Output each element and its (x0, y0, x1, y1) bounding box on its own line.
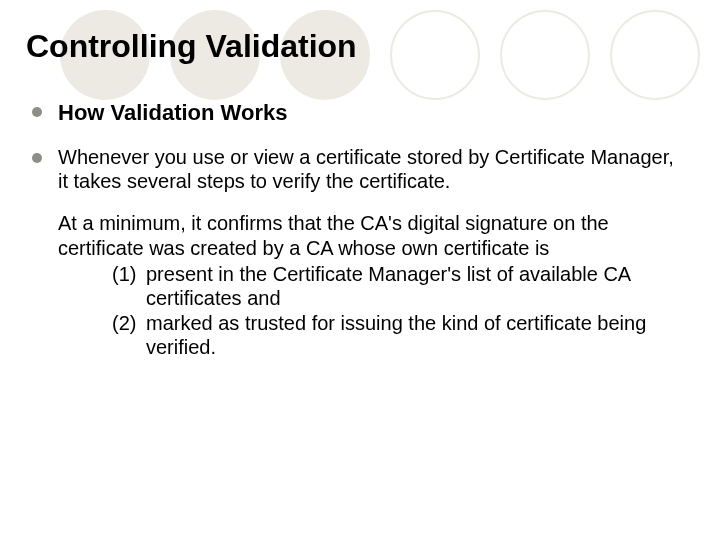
sublist-text: marked as trusted for issuing the kind o… (146, 311, 680, 360)
paragraph-2-intro: At a minimum, it confirms that the CA's … (58, 211, 680, 260)
sublist-number: (1) (112, 262, 146, 286)
sublist-item-1: (1) present in the Certificate Manager's… (112, 262, 680, 311)
paragraph-1: Whenever you use or view a certificate s… (58, 145, 680, 194)
sublist-item-2: (2) marked as trusted for issuing the ki… (112, 311, 680, 360)
bullet-icon (32, 153, 42, 163)
bullet-subheading-row: How Validation Works (32, 99, 680, 127)
bullet-icon (32, 107, 42, 117)
bullet-body-row: Whenever you use or view a certificate s… (32, 145, 680, 194)
slide-content: Controlling Validation How Validation Wo… (0, 0, 720, 380)
sublist-number: (2) (112, 311, 146, 335)
subheading-text: How Validation Works (58, 99, 287, 127)
sublist-text: present in the Certificate Manager's lis… (146, 262, 680, 311)
slide-title: Controlling Validation (26, 28, 680, 65)
numbered-sublist: (1) present in the Certificate Manager's… (112, 262, 680, 360)
